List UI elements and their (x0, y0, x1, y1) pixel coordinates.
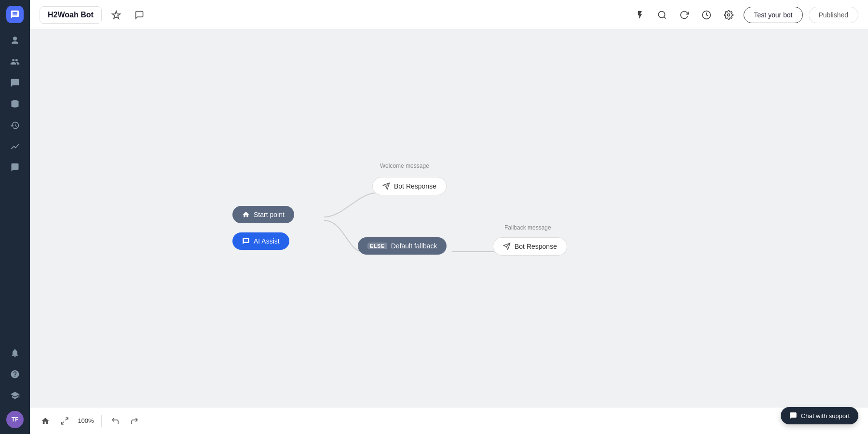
node-default-fallback[interactable]: ELSE Default fallback (358, 237, 447, 255)
zoom-level: 100% (76, 417, 95, 424)
bottombar-divider (101, 415, 102, 427)
sidebar-item-conversations[interactable] (5, 73, 25, 93)
bottombar: 100% (30, 407, 868, 434)
sparkle-button[interactable] (108, 6, 125, 24)
start-point-label: Start point (254, 211, 285, 218)
send-icon-top (382, 182, 390, 190)
sidebar-item-notifications[interactable] (5, 343, 25, 363)
sidebar-item-database[interactable] (5, 95, 25, 114)
home-node-icon (242, 211, 250, 218)
bottombar-expand-button[interactable] (57, 413, 72, 429)
chat-icon-button[interactable] (131, 6, 148, 24)
avatar[interactable]: TF (6, 411, 24, 428)
send-icon-bottom (503, 243, 511, 250)
else-tag: ELSE (367, 243, 387, 249)
refresh-icon-btn[interactable] (675, 6, 693, 24)
sidebar-logo[interactable] (6, 6, 24, 23)
topbar-right-icons (631, 6, 738, 24)
search-icon-btn[interactable] (653, 6, 671, 24)
topbar: H2Woah Bot Test your bot (30, 0, 868, 30)
bot-response-bottom-label: Bot Response (515, 243, 557, 250)
chat-support-label: Chat with support (801, 412, 850, 420)
sidebar-item-contacts[interactable] (5, 52, 25, 71)
flow-area: Welcome message Bot Response Start point… (30, 30, 868, 407)
welcome-message-label: Welcome message (380, 163, 429, 169)
svg-point-3 (728, 14, 730, 16)
sidebar-item-integrations[interactable] (5, 158, 25, 177)
undo-button[interactable] (108, 413, 123, 429)
node-start-point[interactable]: Start point (232, 206, 294, 223)
sidebar-item-analytics[interactable] (5, 137, 25, 156)
svg-line-8 (66, 418, 68, 420)
test-bot-button[interactable]: Test your bot (744, 7, 802, 23)
sidebar-item-history[interactable] (5, 116, 25, 135)
published-button[interactable]: Published (809, 7, 859, 23)
canvas[interactable]: Welcome message Bot Response Start point… (30, 30, 868, 407)
sidebar-item-help[interactable] (5, 365, 25, 384)
fallback-message-label: Fallback message (504, 224, 551, 231)
bot-response-top-label: Bot Response (394, 182, 436, 190)
bot-name[interactable]: H2Woah Bot (40, 6, 102, 24)
svg-point-1 (659, 11, 665, 17)
redo-button[interactable] (127, 413, 142, 429)
ai-assist-label: AI Assist (254, 237, 280, 245)
flow-connections (30, 30, 868, 407)
sidebar: TF (0, 0, 30, 434)
chat-support-button[interactable]: Chat with support (781, 407, 858, 424)
node-ai-assist[interactable]: AI Assist (232, 232, 289, 250)
sidebar-item-home[interactable] (5, 31, 25, 50)
settings-icon-btn[interactable] (719, 6, 738, 24)
ai-icon (242, 237, 250, 245)
bottombar-home-button[interactable] (38, 413, 53, 429)
node-bot-response-top[interactable]: Bot Response (372, 177, 447, 195)
default-fallback-label: Default fallback (391, 242, 437, 250)
history-icon-btn[interactable] (697, 6, 716, 24)
main-area: H2Woah Bot Test your bot (30, 0, 868, 434)
sidebar-item-education[interactable] (5, 386, 25, 405)
chat-support-icon (789, 412, 797, 420)
lightning-icon-btn[interactable] (631, 6, 649, 24)
svg-line-9 (61, 421, 64, 424)
node-bot-response-bottom[interactable]: Bot Response (493, 237, 567, 256)
